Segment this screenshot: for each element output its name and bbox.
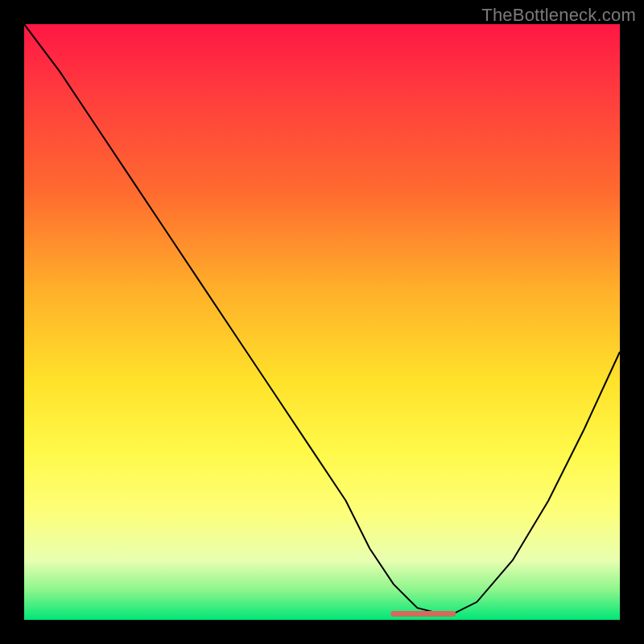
bottleneck-curve [24, 24, 620, 614]
curve-layer [24, 24, 620, 620]
chart-frame: TheBottleneck.com [0, 0, 644, 644]
watermark-text: TheBottleneck.com [481, 5, 636, 26]
